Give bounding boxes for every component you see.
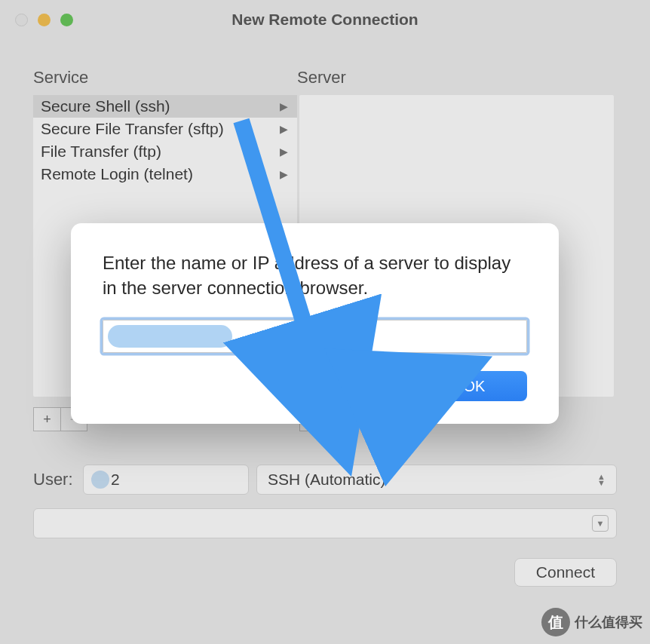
service-item-label: Remote Login (telnet) <box>41 165 193 183</box>
protocol-select-value: SSH (Automatic) <box>268 471 385 489</box>
redacted-icon <box>108 325 232 348</box>
service-item-label: Secure File Transfer (sftp) <box>41 120 224 138</box>
cancel-button[interactable]: Cancel <box>325 371 411 401</box>
chevron-right-icon: ▶ <box>280 123 288 135</box>
dialog-message: Enter the name or IP address of a server… <box>103 250 527 300</box>
dialog-buttons: Cancel OK <box>103 371 527 401</box>
chevron-right-icon: ▶ <box>280 168 288 180</box>
columns-header: Service Server <box>33 68 617 87</box>
server-address-input[interactable] <box>103 320 527 353</box>
watermark-text: 什么值得买 <box>575 613 642 631</box>
chevron-updown-icon: ▲▼ <box>597 474 606 486</box>
user-input[interactable]: 2 <box>83 465 249 495</box>
command-row: ▼ <box>33 508 617 538</box>
service-item-ftp[interactable]: File Transfer (ftp) ▶ <box>33 140 297 163</box>
user-label: User: <box>33 470 75 489</box>
connect-button[interactable]: Connect <box>514 558 617 587</box>
service-item-label: File Transfer (ftp) <box>41 143 161 161</box>
zoom-window-button[interactable] <box>60 14 73 26</box>
service-item-sftp[interactable]: Secure File Transfer (sftp) ▶ <box>33 118 297 140</box>
minimize-window-button[interactable] <box>38 14 51 26</box>
protocol-select[interactable]: SSH (Automatic) ▲▼ <box>256 465 617 495</box>
watermark: 值 什么值得买 <box>541 608 642 636</box>
server-address-dialog: Enter the name or IP address of a server… <box>71 223 559 424</box>
chevron-down-icon[interactable]: ▼ <box>592 515 609 532</box>
watermark-badge-icon: 值 <box>541 608 570 636</box>
add-service-button[interactable]: + <box>33 407 60 431</box>
server-column-label: Server <box>297 68 617 87</box>
chevron-right-icon: ▶ <box>280 100 288 112</box>
traffic-lights <box>15 14 73 26</box>
service-item-telnet[interactable]: Remote Login (telnet) ▶ <box>33 163 297 186</box>
service-item-ssh[interactable]: Secure Shell (ssh) ▶ <box>33 95 297 118</box>
titlebar: New Remote Connection <box>0 0 650 39</box>
connect-row: Connect <box>33 558 617 587</box>
service-column-label: Service <box>33 68 297 87</box>
close-window-button[interactable] <box>15 14 28 26</box>
remote-connection-window: New Remote Connection Service Server Sec… <box>0 0 650 644</box>
ok-button[interactable]: OK <box>422 371 527 401</box>
user-input-value: 2 <box>111 471 120 489</box>
user-row: User: 2 SSH (Automatic) ▲▼ <box>33 465 617 495</box>
window-title: New Remote Connection <box>0 11 650 29</box>
chevron-right-icon: ▶ <box>280 146 288 158</box>
service-item-label: Secure Shell (ssh) <box>41 97 170 115</box>
redacted-icon <box>91 471 109 489</box>
command-input[interactable]: ▼ <box>33 508 617 538</box>
